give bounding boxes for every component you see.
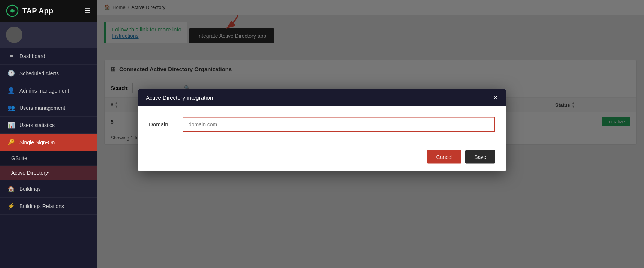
modal-divider xyxy=(149,138,495,138)
modal-header: Active Directory integration ✕ xyxy=(138,89,506,106)
sidebar-item-label: Dashboard xyxy=(19,53,45,59)
sidebar-item-label: Admins management xyxy=(19,88,69,94)
sidebar: TAP App ☰ 🖥 Dashboard 🕐 Scheduled Alerts… xyxy=(0,0,97,268)
sidebar-item-gsuite[interactable]: GSuite xyxy=(0,151,97,166)
modal-title: Active Directory integration xyxy=(146,94,213,101)
key-icon: 🔑 xyxy=(7,139,15,146)
sidebar-item-buildings[interactable]: 🏠 Buildings xyxy=(0,180,97,198)
relations-icon: ⚡ xyxy=(7,202,15,210)
menu-icon[interactable]: ☰ xyxy=(85,7,91,15)
active-directory-label: Active Directory xyxy=(11,170,48,176)
users-icon: 👥 xyxy=(7,104,15,111)
gsuite-label: GSuite xyxy=(11,155,27,161)
app-title: TAP App xyxy=(22,7,53,15)
active-directory-modal: Active Directory integration ✕ Domain: C… xyxy=(138,89,506,171)
sidebar-item-single-sign-on[interactable]: 🔑 Single Sign-On xyxy=(0,134,97,151)
sidebar-item-label: Single Sign-On xyxy=(19,139,55,145)
sidebar-item-scheduled-alerts[interactable]: 🕐 Scheduled Alerts xyxy=(0,65,97,82)
sidebar-item-active-directory[interactable]: Active Directory › xyxy=(0,166,97,180)
dashboard-icon: 🖥 xyxy=(7,53,15,60)
sidebar-item-label: Scheduled Alerts xyxy=(19,70,59,76)
modal-body: Domain: xyxy=(138,106,506,150)
clock-icon: 🕐 xyxy=(7,70,15,77)
sidebar-item-label: Users management xyxy=(19,105,65,111)
save-button[interactable]: Save xyxy=(465,150,495,163)
cancel-button[interactable]: Cancel xyxy=(427,150,461,163)
app-logo-icon xyxy=(6,4,19,17)
sidebar-item-admins-management[interactable]: 👤 Admins management xyxy=(0,82,97,99)
admin-icon: 👤 xyxy=(7,87,15,94)
modal-close-button[interactable]: ✕ xyxy=(493,94,498,101)
user-avatar-area xyxy=(0,22,97,48)
sidebar-nav: 🖥 Dashboard 🕐 Scheduled Alerts 👤 Admins … xyxy=(0,48,97,268)
avatar xyxy=(6,27,22,43)
stats-icon: 📊 xyxy=(7,121,15,129)
svg-point-1 xyxy=(11,9,14,12)
buildings-icon: 🏠 xyxy=(7,185,15,192)
sidebar-item-buildings-relations[interactable]: ⚡ Buildings Relations xyxy=(0,198,97,215)
sidebar-header: TAP App ☰ xyxy=(0,0,97,22)
domain-form-row: Domain: xyxy=(149,117,495,132)
domain-label: Domain: xyxy=(149,121,175,127)
sidebar-item-users-management[interactable]: 👥 Users management xyxy=(0,99,97,117)
chevron-right-icon: › xyxy=(48,170,50,176)
sidebar-item-label: Buildings xyxy=(19,186,41,192)
sidebar-item-dashboard[interactable]: 🖥 Dashboard xyxy=(0,48,97,65)
modal-footer: Cancel Save xyxy=(138,150,506,171)
sidebar-item-label: Users statistics xyxy=(19,122,55,128)
sidebar-item-label: Buildings Relations xyxy=(19,203,64,209)
domain-input[interactable] xyxy=(183,117,495,132)
sidebar-item-users-statistics[interactable]: 📊 Users statistics xyxy=(0,117,97,134)
